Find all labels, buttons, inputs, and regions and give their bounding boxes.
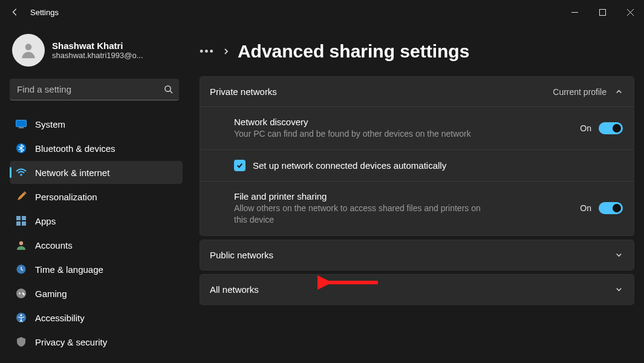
sidebar-item-network[interactable]: Network & internet [10,161,183,184]
svg-point-11 [19,241,23,245]
sidebar-item-label: Gaming [35,289,67,299]
chevron-down-icon [615,286,623,293]
system-icon [16,119,27,129]
page-title: Advanced sharing settings [238,41,469,62]
sidebar-item-personalization[interactable]: Personalization [10,185,183,208]
title-bar: Settings [0,0,644,24]
sidebar: Shashwat Khatri shashwat.khatri1993@o...… [0,24,187,363]
sidebar-nav: System Bluetooth & devices Network & int… [10,113,183,353]
svg-point-2 [165,86,171,91]
sidebar-item-accessibility[interactable]: Accessibility [10,306,183,329]
app-title: Settings [30,8,59,17]
row-desc: Your PC can find and be found by other d… [234,128,471,140]
panel-title: Public networks [210,250,273,260]
svg-point-13 [16,289,26,298]
accessibility-icon [16,312,27,323]
sidebar-item-label: Apps [35,216,56,226]
clock-icon [16,264,27,275]
paintbrush-icon [16,191,27,202]
panel-header-public[interactable]: Public networks [200,240,634,270]
bluetooth-icon [16,143,27,154]
svg-rect-7 [16,216,21,220]
profile-block[interactable]: Shashwat Khatri shashwat.khatri1993@o... [10,31,183,75]
panel-all-networks: All networks [200,274,634,305]
svg-rect-8 [22,216,26,220]
row-network-discovery: Network discovery Your PC can find and b… [200,106,634,149]
auto-setup-checkbox[interactable] [234,160,246,171]
main-content: ••• Advanced sharing settings Private ne… [187,24,644,363]
wifi-icon [16,167,27,178]
sidebar-item-label: Network & internet [35,168,109,178]
sidebar-item-accounts[interactable]: Accounts [10,234,183,257]
minimize-button[interactable] [561,0,588,24]
svg-point-1 [25,44,32,50]
panel-title: All networks [210,284,259,295]
row-auto-setup: Set up network connected devices automat… [200,149,634,181]
accounts-icon [16,240,27,250]
panel-header-private[interactable]: Private networks Current profile [200,77,634,106]
svg-rect-9 [16,221,21,226]
panel-header-all[interactable]: All networks [200,275,634,304]
svg-rect-0 [599,9,605,15]
sidebar-item-label: Bluetooth & devices [35,143,115,154]
apps-icon [16,215,27,226]
search-input[interactable] [17,84,164,94]
chevron-right-icon [223,48,229,54]
row-title: Network discovery [234,117,471,127]
svg-rect-10 [22,221,26,226]
row-file-printer-sharing: File and printer sharing Allow others on… [200,181,634,235]
maximize-button[interactable] [588,0,616,24]
svg-rect-4 [19,128,24,129]
sidebar-item-label: Personalization [35,192,97,202]
file-sharing-toggle[interactable] [599,202,623,214]
sidebar-item-label: Accounts [35,240,73,250]
breadcrumb-ellipsis[interactable]: ••• [200,46,215,57]
sidebar-item-gaming[interactable]: Gaming [10,282,183,305]
panel-private-networks: Private networks Current profile Network… [200,76,634,236]
current-profile-badge: Current profile [553,87,607,97]
svg-point-15 [20,314,22,316]
shield-icon [16,336,27,347]
panel-public-networks: Public networks [200,240,634,270]
search-icon [164,85,173,94]
avatar [12,34,45,67]
toggle-label: On [580,123,591,133]
chevron-up-icon [615,88,623,96]
panel-title: Private networks [210,87,277,97]
back-icon[interactable] [11,8,19,16]
gaming-icon [16,288,27,299]
sidebar-item-label: System [35,119,65,129]
sidebar-item-label: Privacy & security [35,337,107,347]
profile-name: Shashwat Khatri [52,41,143,51]
auto-setup-label: Set up network connected devices automat… [253,160,446,171]
sidebar-item-apps[interactable]: Apps [10,209,183,232]
sidebar-item-label: Time & language [35,264,103,275]
search-box[interactable] [10,79,179,100]
chevron-down-icon [615,251,623,259]
profile-email: shashwat.khatri1993@o... [52,51,143,60]
sidebar-item-privacy[interactable]: Privacy & security [10,330,183,353]
sidebar-item-label: Accessibility [35,313,85,323]
breadcrumb: ••• Advanced sharing settings [200,41,634,62]
close-button[interactable] [616,0,644,24]
sidebar-item-time[interactable]: Time & language [10,258,183,281]
toggle-label: On [580,203,591,213]
network-discovery-toggle[interactable] [599,122,623,134]
svg-rect-3 [16,120,27,127]
svg-point-6 [20,174,22,176]
sidebar-item-system[interactable]: System [10,113,183,136]
row-desc: Allow others on the network to access sh… [234,203,494,226]
sidebar-item-bluetooth[interactable]: Bluetooth & devices [10,137,183,160]
row-title: File and printer sharing [234,191,494,201]
